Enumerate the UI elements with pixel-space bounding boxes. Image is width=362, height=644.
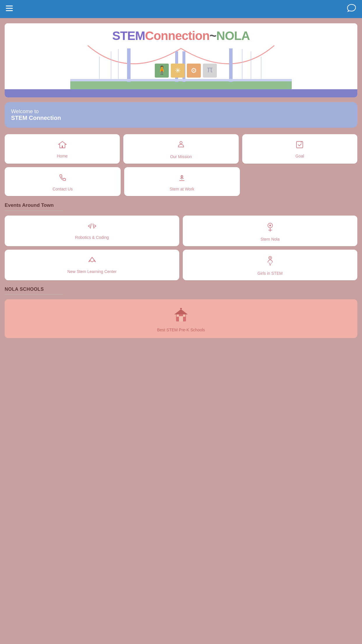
nav-grid-row1: Home Our Mission Goal — [5, 134, 357, 164]
svg-text:🧍: 🧍 — [157, 65, 167, 75]
school-preview-card[interactable]: Best STEM Pre-K Schools — [5, 299, 357, 338]
logo-title: STEMConnection~NOLA — [10, 29, 352, 43]
menu-icon[interactable] — [6, 6, 13, 13]
svg-rect-23 — [70, 79, 292, 81]
logo-connection: Connection — [145, 29, 210, 43]
svg-rect-5 — [127, 48, 131, 82]
chat-icon[interactable] — [347, 4, 356, 15]
logo-nola: NOLA — [216, 29, 250, 43]
nav-card-stem-at-work[interactable]: Stem at Work — [124, 167, 240, 196]
app-header — [0, 0, 362, 18]
home-icon — [58, 141, 67, 151]
new-stem-learning-center-icon — [87, 256, 97, 266]
events-divider — [5, 211, 63, 211]
svg-rect-1 — [6, 8, 13, 9]
nola-schools-title: NOLA SCHOOLS — [5, 287, 357, 292]
svg-rect-6 — [229, 48, 233, 82]
stem-at-work-icon — [178, 174, 186, 184]
event-card-girls-in-stem[interactable]: Girls in STEM — [183, 250, 357, 280]
banner-footer — [5, 89, 357, 97]
event-card-stem-nola-label: Stem Nola — [261, 237, 280, 242]
stem-nola-icon — [266, 222, 274, 234]
svg-point-31 — [270, 257, 271, 258]
logo-stem: STEM — [112, 29, 145, 43]
events-section-title: Events Around Town — [5, 202, 357, 208]
nav-card-goal[interactable]: Goal — [242, 134, 357, 164]
event-card-robotics-coding-label: Robotics & Coding — [75, 235, 109, 240]
welcome-box: Welcome to STEM Connection — [5, 102, 357, 128]
svg-rect-2 — [6, 10, 13, 11]
svg-text:✳: ✳ — [175, 66, 181, 74]
logo-tilde: ~ — [210, 29, 217, 43]
school-icon — [174, 308, 188, 324]
nav-card-goal-label: Goal — [296, 154, 304, 158]
our-mission-icon — [177, 141, 185, 151]
logo-banner: STEMConnection~NOLA — [5, 23, 357, 97]
svg-rect-33 — [179, 316, 183, 321]
svg-point-24 — [180, 141, 182, 144]
events-grid: Robotics & Coding Stem Nola New Stem L — [5, 216, 357, 280]
nav-card-home-label: Home — [57, 154, 68, 158]
nola-schools-divider — [5, 294, 63, 295]
svg-rect-35 — [183, 314, 185, 317]
nav-card-home[interactable]: Home — [5, 134, 120, 164]
svg-rect-25 — [296, 141, 303, 148]
svg-point-29 — [269, 225, 271, 226]
main-content: STEMConnection~NOLA — [0, 18, 362, 347]
girls-in-stem-icon — [267, 256, 274, 268]
contact-us-icon — [59, 174, 67, 184]
event-card-girls-in-stem-label: Girls in STEM — [257, 271, 282, 276]
nav-grid-row2: Contact Us Stem at Work — [5, 167, 240, 196]
svg-text:⚙: ⚙ — [191, 66, 197, 74]
nav-card-stem-at-work-label: Stem at Work — [170, 187, 194, 191]
goal-icon — [296, 141, 304, 151]
svg-rect-34 — [177, 314, 179, 317]
event-card-new-stem-learning-center-label: New Stem Learning Center — [67, 269, 117, 274]
svg-rect-0 — [6, 6, 13, 6]
robotics-coding-icon — [87, 222, 97, 232]
event-card-stem-nola[interactable]: Stem Nola — [183, 216, 357, 246]
nav-card-contact-us-label: Contact Us — [52, 187, 73, 191]
event-card-new-stem-learning-center[interactable]: New Stem Learning Center — [5, 250, 179, 280]
svg-rect-37 — [180, 308, 182, 309]
welcome-to-text: Welcome to — [11, 108, 351, 115]
nav-card-our-mission[interactable]: Our Mission — [123, 134, 238, 164]
svg-rect-4 — [70, 80, 292, 89]
bridge-illustration: 🧍 ✳ ⚙ π — [5, 43, 357, 89]
nav-card-our-mission-label: Our Mission — [170, 154, 192, 159]
welcome-title-text: STEM Connection — [11, 115, 351, 121]
events-section-header: Events Around Town — [5, 202, 357, 211]
nola-schools-section: NOLA SCHOOLS Best STEM Pre-K Schools — [5, 287, 357, 338]
school-preview-label: Best STEM Pre-K Schools — [157, 328, 205, 332]
nav-card-contact-us[interactable]: Contact Us — [5, 167, 121, 196]
svg-text:π: π — [207, 64, 213, 74]
event-card-robotics-coding[interactable]: Robotics & Coding — [5, 216, 179, 246]
